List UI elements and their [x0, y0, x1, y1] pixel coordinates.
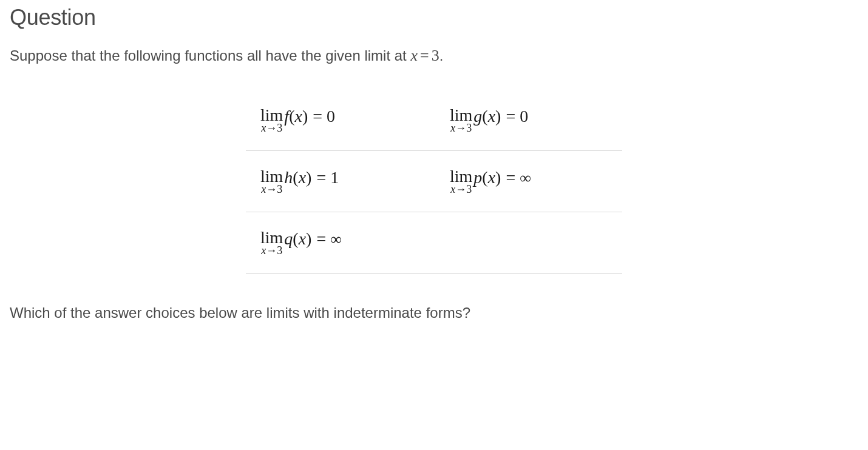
- question-heading: Question: [10, 5, 858, 30]
- lim-sub: x→3: [450, 123, 472, 133]
- intro-var: x: [410, 47, 418, 64]
- lim-sub-arrow: →: [266, 183, 277, 195]
- lim-sub-x: x: [261, 183, 266, 195]
- lim-sub-val: 3: [277, 122, 282, 134]
- func-name: f: [284, 107, 289, 126]
- lim-sub-x: x: [261, 244, 266, 257]
- limit-cell: lim x→3 h(x) = 1: [246, 168, 433, 195]
- closing-text: Which of the answer choices below are li…: [10, 303, 858, 323]
- eq-sign: =: [316, 229, 326, 248]
- limit-cell: lim x→3 g(x) = 0: [433, 107, 622, 133]
- func-name: g: [473, 107, 482, 126]
- lim-rhs: = 1: [316, 168, 339, 187]
- lim-sub-arrow: →: [455, 122, 466, 134]
- rhs-value: ∞: [330, 230, 342, 248]
- eq-sign: =: [506, 107, 515, 126]
- lim-text: lim: [260, 107, 283, 124]
- lim-operator: lim x→3: [450, 107, 472, 133]
- limit-cell: lim x→3 q(x) = ∞: [246, 229, 433, 256]
- lim-sub-arrow: →: [266, 244, 277, 257]
- lim-func: g(x): [473, 107, 501, 126]
- limit-cell: lim x→3 f(x) = 0: [246, 107, 433, 133]
- lim-sub-val: 3: [466, 122, 472, 134]
- limits-row: lim x→3 f(x) = 0 lim x→3 g(x) = 0: [246, 101, 622, 151]
- lim-sub: x→3: [261, 184, 282, 195]
- eq-sign: =: [316, 168, 326, 187]
- lim-operator: lim x→3: [450, 168, 472, 195]
- lim-rhs: = ∞: [506, 168, 531, 187]
- func-arg: x: [488, 168, 495, 187]
- lim-rhs: = 0: [313, 107, 335, 126]
- rhs-value: 0: [327, 107, 335, 126]
- intro-eq: =: [418, 47, 432, 64]
- intro-prefix: Suppose that the following functions all…: [10, 47, 410, 64]
- lim-sub-x: x: [450, 183, 455, 195]
- limit-cell: lim x→3 p(x) = ∞: [433, 168, 622, 195]
- paren-open: (: [293, 168, 298, 187]
- lim-text: lim: [450, 168, 472, 185]
- intro-suffix: .: [439, 47, 444, 64]
- lim-func: p(x): [473, 168, 501, 187]
- lim-sub-arrow: →: [266, 122, 277, 134]
- intro-text: Suppose that the following functions all…: [10, 45, 858, 67]
- lim-sub-arrow: →: [455, 183, 466, 195]
- lim-operator: lim x→3: [260, 107, 283, 133]
- paren-open: (: [482, 168, 487, 187]
- paren-open: (: [293, 229, 298, 248]
- lim-text: lim: [260, 168, 283, 185]
- func-name: q: [284, 229, 293, 248]
- lim-sub-val: 3: [466, 183, 472, 195]
- lim-sub-val: 3: [277, 183, 282, 195]
- func-name: h: [284, 168, 293, 187]
- limits-row: lim x→3 q(x) = ∞: [246, 212, 622, 274]
- limits-table: lim x→3 f(x) = 0 lim x→3 g(x) = 0 lim x→…: [246, 101, 622, 274]
- lim-rhs: = ∞: [316, 229, 341, 249]
- lim-func: f(x): [284, 107, 308, 126]
- lim-operator: lim x→3: [260, 229, 283, 256]
- eq-sign: =: [313, 107, 322, 126]
- lim-sub-val: 3: [277, 244, 282, 257]
- lim-sub: x→3: [261, 123, 282, 133]
- func-arg: x: [488, 107, 495, 126]
- lim-operator: lim x→3: [260, 168, 283, 195]
- paren-open: (: [482, 107, 487, 126]
- intro-val: 3: [432, 47, 439, 64]
- lim-sub: x→3: [261, 245, 282, 256]
- func-arg: x: [299, 168, 306, 187]
- lim-rhs: = 0: [506, 107, 528, 126]
- lim-func: q(x): [284, 229, 311, 249]
- paren-close: ): [306, 229, 311, 248]
- func-arg: x: [299, 229, 306, 248]
- lim-text: lim: [450, 107, 472, 124]
- lim-sub: x→3: [450, 184, 472, 195]
- lim-sub-x: x: [261, 122, 266, 134]
- func-name: p: [473, 168, 482, 187]
- intro-math: x=3: [410, 47, 439, 64]
- paren-close: ): [495, 168, 501, 187]
- lim-sub-x: x: [450, 122, 455, 134]
- paren-close: ): [495, 107, 501, 126]
- limit-cell-empty: [433, 229, 622, 256]
- lim-func: h(x): [284, 168, 311, 187]
- eq-sign: =: [506, 168, 515, 187]
- rhs-value: 1: [330, 168, 339, 187]
- paren-close: ): [302, 107, 308, 126]
- limits-row: lim x→3 h(x) = 1 lim x→3 p(x) = ∞: [246, 151, 622, 212]
- paren-close: ): [306, 168, 311, 187]
- lim-text: lim: [260, 229, 283, 246]
- func-arg: x: [294, 107, 302, 126]
- rhs-value: ∞: [520, 169, 531, 187]
- rhs-value: 0: [520, 107, 528, 126]
